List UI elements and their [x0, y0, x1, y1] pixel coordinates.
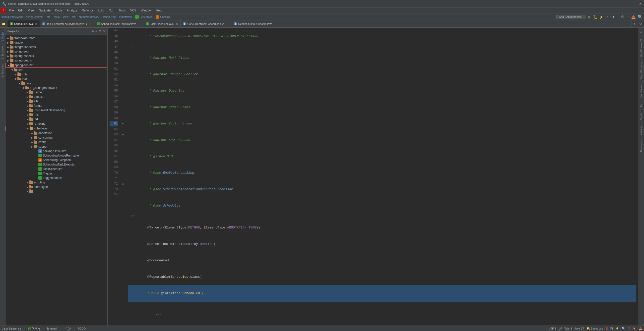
tree-item-jmh[interactable]: ▶ jmh	[6, 72, 107, 77]
right-panel-database[interactable]: Database	[640, 139, 643, 154]
add-config-button[interactable]: Add Configuration...	[556, 15, 586, 19]
nav-timeunit[interactable]: C timeUnit	[156, 15, 170, 19]
nav-springframework[interactable]: springframework	[79, 15, 99, 18]
tree-item-spring-aop[interactable]: ▶ spring-aop	[6, 49, 107, 54]
menu-help[interactable]: Help	[154, 8, 164, 13]
tab-close-scheduled[interactable]: ✕	[35, 23, 37, 25]
tree-item-task-scheduler[interactable]: ▶ I TaskScheduler	[6, 167, 107, 171]
tab-close-registrar[interactable]: ✕	[138, 23, 140, 25]
tree-item-scripting[interactable]: ▶ scripting	[6, 180, 107, 185]
nav-spring-context[interactable]: spring-context	[26, 15, 43, 18]
tree-item-ui[interactable]: ▶ ui	[6, 189, 107, 194]
project-tool-button[interactable]: 1: Project	[1, 29, 4, 43]
status-line-ending[interactable]: LF	[559, 327, 562, 330]
status-terminal[interactable]: Terminal	[46, 327, 57, 330]
fold-marker-73[interactable]: ⊟	[120, 181, 126, 187]
tree-item-config[interactable]: ▶ config	[6, 140, 107, 144]
tab-close-concurrent[interactable]: ✕	[226, 23, 228, 25]
tree-item-support[interactable]: ▶ support	[6, 144, 107, 149]
tree-item-format[interactable]: ▶ format	[6, 103, 107, 108]
status-todo[interactable]: TODO	[78, 327, 86, 330]
git-revert-icon[interactable]: ↩	[626, 15, 629, 19]
nav-annotation[interactable]: annotation	[119, 15, 132, 18]
tree-item-cache[interactable]: ▶ cache	[6, 90, 107, 95]
menu-file[interactable]: File	[7, 8, 16, 13]
tree-item-instrument[interactable]: ▶ instrument.classloading	[6, 108, 107, 112]
tree-item-scheduling-task-executor[interactable]: ▶ I SchedulingTaskExecutor	[6, 162, 107, 167]
menu-run[interactable]: Run	[107, 8, 116, 13]
fold-marker-63[interactable]: ⊟	[120, 132, 126, 137]
status-sdkman-icon[interactable]: S	[606, 327, 608, 331]
git-history-icon[interactable]: ⏱	[621, 15, 624, 19]
tab-taskexecutor[interactable]: C TaskExecutorFactoryBean.java ● ✕	[40, 20, 94, 27]
code-area[interactable]: * <em>composed annotations</em> with att…	[126, 28, 638, 326]
tree-item-spring-beans[interactable]: ▶ spring-beans	[6, 58, 107, 63]
tree-item-spring-aspects[interactable]: ▶ spring-aspects	[6, 54, 107, 58]
nav-src[interactable]: src	[46, 15, 50, 18]
right-panel-gradle[interactable]: Gradle	[640, 111, 643, 122]
tree-item-trigger-context[interactable]: ▶ I TriggerContext	[6, 176, 107, 180]
more-run-options[interactable]: ⟳	[606, 15, 608, 19]
menu-code[interactable]: Code	[53, 8, 64, 13]
menu-analyze[interactable]: Analyze	[65, 8, 80, 13]
tab-close-rescheduling[interactable]: ✕	[274, 23, 276, 25]
tree-item-scheduling[interactable]: ▼ scheduling	[6, 126, 107, 131]
nav-spring-framework[interactable]: spring-framework	[2, 15, 23, 18]
status-spring[interactable]: 🌿 Spring	[28, 327, 40, 330]
tree-item-context[interactable]: ▶ context	[6, 95, 107, 99]
tab-scheduled-java[interactable]: I Scheduled.java ✕	[8, 20, 40, 28]
minimize-button[interactable]: ─	[630, 2, 633, 6]
right-panel-key-promoter-x[interactable]: Key Promoter X	[640, 37, 643, 59]
status-java-enterprise[interactable]: Java Enterprise	[2, 327, 21, 330]
run-button[interactable]: ▶	[588, 14, 591, 19]
tree-item-concurrent[interactable]: ▶ concurrent	[6, 135, 107, 140]
nav-org[interactable]: org	[72, 15, 76, 18]
tab-concurrent-scheduler[interactable]: C ConcurrentTaskScheduler.java ✕	[180, 20, 231, 27]
tab-more-button[interactable]: ▾	[632, 20, 637, 27]
tree-item-gradle[interactable]: ▶ gradle	[6, 40, 107, 45]
tab-taskscheduler[interactable]: I TaskScheduler.java ✕	[143, 20, 180, 27]
status-tab-size[interactable]: Tab: 4	[564, 327, 572, 330]
status-share-icon[interactable]: 📤	[638, 327, 642, 330]
sidebar-collapse-all-icon[interactable]: ≡	[96, 30, 97, 33]
tree-item-src[interactable]: ▼ src	[6, 68, 107, 72]
editor-content[interactable]: 4445464748 4950515253 5455565758 5960 61…	[108, 28, 638, 326]
tree-item-annotation[interactable]: ▶ annotation	[6, 131, 107, 135]
menu-refactor[interactable]: Refactor	[80, 8, 95, 13]
menu-vcs[interactable]: VCS	[128, 8, 138, 13]
menu-build[interactable]: Build	[96, 8, 106, 13]
favorites-tool-button[interactable]: 2: Favorites	[1, 62, 4, 79]
right-panel-bean-validation[interactable]: Bean Validation	[640, 60, 643, 81]
status-heart-icon[interactable]: ♡	[628, 327, 630, 330]
status-lang-icon[interactable]: 英	[610, 327, 613, 330]
tree-item-scheduling-aware[interactable]: ▶ I SchedulingAwareRunnable	[6, 153, 107, 158]
tree-item-org-springframework[interactable]: ▼ org.springframework	[6, 86, 107, 90]
nav-scheduled[interactable]: I Scheduled	[135, 15, 152, 19]
tree-item-stereotype[interactable]: ▶ stereotype	[6, 185, 107, 189]
tree-item-main[interactable]: ▼ main	[6, 77, 107, 81]
menu-view[interactable]: View	[26, 8, 36, 13]
menu-window[interactable]: Window	[139, 8, 154, 13]
tree-item-jmx[interactable]: ▶ jmx	[6, 112, 107, 117]
status-bookmark-icon[interactable]: 🔖	[632, 327, 636, 330]
menu-navigate[interactable]: Navigate	[37, 8, 52, 13]
tree-item-integration-tests[interactable]: ▶ integration-tests	[6, 45, 107, 49]
git-check-icon[interactable]: ✓	[616, 15, 619, 18]
nav-scheduling[interactable]: scheduling	[102, 15, 116, 18]
tree-item-jndi[interactable]: ▶ jndi	[6, 117, 107, 121]
close-button[interactable]: ✕	[639, 2, 642, 6]
git-push-icon[interactable]: 📤	[631, 15, 636, 19]
tab-close-scheduler[interactable]: ✕	[176, 23, 178, 25]
tree-item-scheduling-exception[interactable]: ▶ C SchedulingException	[6, 158, 107, 162]
menu-tools[interactable]: Tools	[117, 8, 128, 13]
status-event-log[interactable]: 🔔 Event Log	[586, 327, 603, 330]
run-with-coverage-button[interactable]: ⚡	[599, 15, 604, 19]
status-git[interactable]: ⎇ Git	[64, 327, 71, 330]
tab-settings-icon[interactable]: ⚙	[637, 20, 644, 27]
menu-edit[interactable]: Edit	[16, 8, 26, 13]
tree-item-java[interactable]: ▼ java	[6, 81, 107, 86]
maximize-button[interactable]: □	[635, 2, 637, 6]
tree-item-framework-bom[interactable]: ▶ framework-bom	[6, 36, 107, 40]
tab-scheduledtaskregistrar[interactable]: I ScheduledTaskRegistrar.java ✕	[94, 20, 144, 27]
status-java-version[interactable]: Java 17	[574, 327, 584, 330]
